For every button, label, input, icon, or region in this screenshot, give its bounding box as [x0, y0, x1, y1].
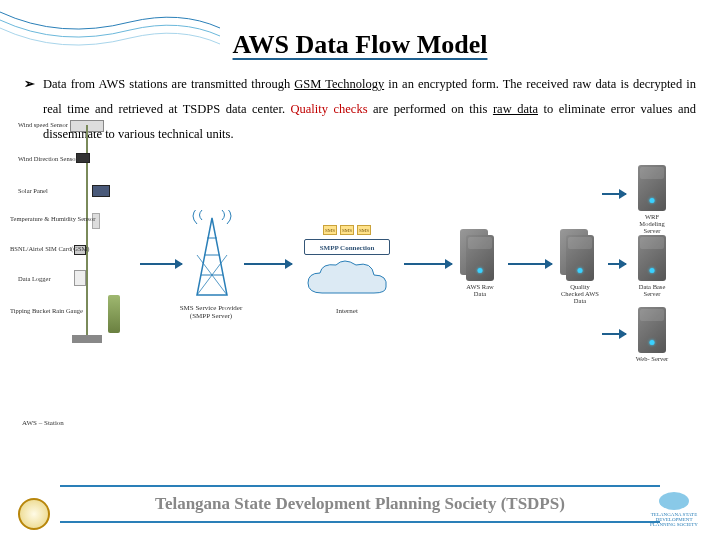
qc-server: Quality Checked AWS Data: [560, 235, 600, 287]
cell-tower: SMS Service Provider (SMPP Server): [187, 210, 237, 320]
rain-gauge-label: Tipping Bucket Rain Gauge: [10, 307, 83, 314]
arrow-qc-to-db: [608, 263, 626, 265]
gsm-tech-term: GSM Technology: [294, 77, 384, 91]
aws-raw-server: AWS Raw Data: [460, 235, 500, 287]
web-server: Web- Server: [632, 307, 672, 359]
temp-humidity-label: Temperature & Humidity Sensor: [10, 215, 95, 222]
flow-diagram: Wind speed Sensor Wind Direction Sensor …: [12, 155, 708, 395]
arrow-station-to-tower: [140, 263, 182, 265]
arrow-qc-to-web: [602, 333, 626, 335]
arrow-tower-to-internet: [244, 263, 292, 265]
arrow-qc-to-wrf: [602, 193, 626, 195]
data-logger-label: Data Logger: [18, 275, 51, 282]
internet-caption: Internet: [297, 307, 397, 315]
state-seal-icon: [18, 498, 50, 530]
aws-station: Wind speed Sensor Wind Direction Sensor …: [22, 125, 142, 385]
sms-icon: SMS: [357, 225, 371, 235]
cloud-icon: [302, 259, 392, 301]
smpp-connection-label: SMPP Connection: [304, 239, 390, 255]
tower-caption: SMS Service Provider (SMPP Server): [171, 304, 251, 320]
arrow-internet-to-awsraw: [404, 263, 452, 265]
wrf-server: WRF Modeling Server: [632, 165, 672, 217]
db-server: Data Base Server: [632, 235, 672, 287]
sms-icon: SMS: [323, 225, 337, 235]
wind-speed-label: Wind speed Sensor: [18, 121, 68, 128]
raw-data-term: raw data: [493, 102, 538, 116]
sim-card-label: BSNL/Airtel SIM Card(GSM): [10, 245, 89, 252]
footer-org-name: Telangana State Development Planning Soc…: [60, 490, 660, 518]
internet-block: SMS SMS SMS SMPP Connection Internet: [297, 225, 397, 315]
solar-panel-label: Solar Panel: [18, 187, 48, 194]
quality-checks-term: Quality checks: [291, 102, 368, 116]
decorative-wave: [0, 0, 220, 70]
station-caption: AWS – Station: [22, 419, 64, 427]
arrow-awsraw-to-qc: [508, 263, 552, 265]
sms-icon: SMS: [340, 225, 354, 235]
wind-direction-label: Wind Direction Sensor: [18, 155, 78, 162]
footer: Telangana State Development Planning Soc…: [60, 482, 660, 526]
